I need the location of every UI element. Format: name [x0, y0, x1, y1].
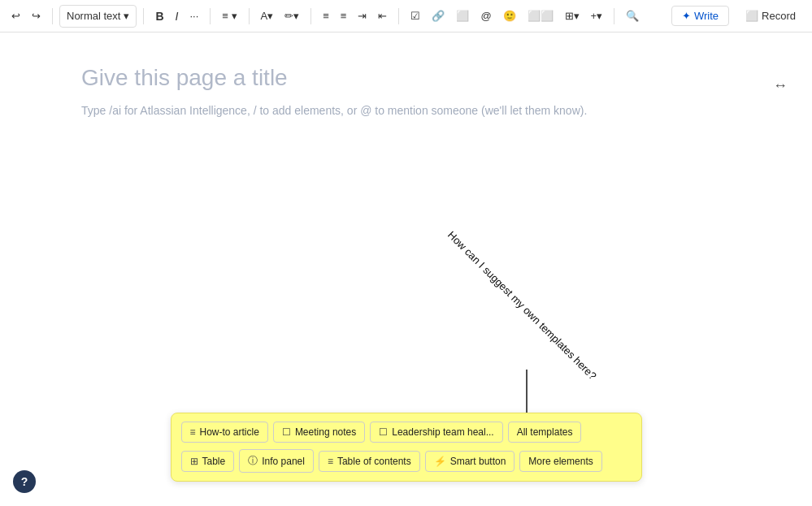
record-icon: ⬜ [745, 10, 758, 22]
alignment-button[interactable]: ≡ ▾ [217, 5, 241, 28]
table-button[interactable]: ⊞▾ [560, 5, 584, 28]
smart-button-label: Smart button [450, 456, 506, 467]
annotation-container: How can I suggest my own templates here? [439, 227, 601, 439]
record-button[interactable]: ⬜ Record [736, 6, 805, 25]
all-templates-label: All templates [517, 426, 573, 438]
outdent-button[interactable]: ⇤ [373, 5, 392, 28]
plus-button[interactable]: +▾ [586, 5, 608, 28]
info-panel-icon: ⓘ [248, 454, 258, 468]
meeting-notes-label: Meeting notes [295, 426, 356, 438]
undo-button[interactable]: ↩ [7, 5, 25, 28]
template-all[interactable]: All templates [508, 422, 582, 443]
list-group: ≡ ≡ ⇥ ⇤ [318, 5, 392, 28]
page-title[interactable]: Give this page a title [81, 65, 731, 91]
write-label: Write [694, 10, 719, 22]
template-leadership[interactable]: ☐ Leadership team heal... [370, 422, 502, 443]
layout-button[interactable]: ⬜⬜ [523, 5, 558, 28]
alignment-group: ≡ ▾ [217, 5, 241, 28]
leadership-label: Leadership team heal... [392, 426, 493, 438]
template-table[interactable]: ⊞ Table [181, 451, 235, 472]
template-info-panel[interactable]: ⓘ Info panel [239, 449, 314, 473]
divider-2 [143, 8, 144, 24]
italic-button[interactable]: I [171, 5, 184, 28]
bold-button[interactable]: B [150, 5, 168, 28]
info-panel-label: Info panel [262, 456, 305, 467]
help-icon: ? [21, 475, 28, 488]
templates-row-2: ⊞ Table ⓘ Info panel ≡ Table of contents… [181, 449, 632, 473]
color-group: A▾ ✏▾ [256, 5, 305, 28]
help-button[interactable]: ? [13, 470, 36, 493]
page-hint: Type /ai for Atlassian Intelligence, / t… [81, 104, 731, 117]
task-button[interactable]: ☑ [406, 5, 425, 28]
leadership-icon: ☐ [379, 426, 388, 438]
emoji-button[interactable]: 🙂 [498, 5, 521, 28]
text-format-group: B I ··· [150, 5, 203, 28]
divider-6 [398, 8, 399, 24]
table-icon: ⊞ [190, 456, 198, 467]
divider-7 [614, 8, 614, 24]
toc-label: Table of contents [337, 456, 411, 467]
more-format-button[interactable]: ··· [185, 5, 203, 28]
templates-row-1: ≡ How-to article ☐ Meeting notes ☐ Leade… [181, 422, 632, 443]
content-area: ↔ Give this page a title Type /ai for At… [0, 32, 812, 506]
bold-icon: B [155, 10, 163, 23]
image-button[interactable]: ⬜ [451, 5, 474, 28]
templates-bar: ≡ How-to article ☐ Meeting notes ☐ Leade… [171, 413, 642, 482]
expand-icon[interactable]: ↔ [773, 77, 788, 94]
template-toc[interactable]: ≡ Table of contents [319, 451, 420, 472]
how-to-label: How-to article [200, 426, 259, 438]
template-smart-button[interactable]: ⚡ Smart button [425, 451, 515, 472]
smart-button-icon: ⚡ [434, 456, 446, 467]
table-label: Table [202, 456, 226, 467]
annotation-text: How can I suggest my own templates here? [445, 229, 599, 383]
toolbar: ↩ ↪ Normal text ▾ B I ··· ≡ ▾ A▾ ✏▾ ≡ ≡ … [0, 0, 812, 32]
text-color-button[interactable]: A▾ [256, 5, 279, 28]
text-style-label: Normal text [67, 10, 120, 22]
meeting-notes-icon: ☐ [282, 426, 291, 438]
highlight-button[interactable]: ✏▾ [280, 5, 304, 28]
bullet-list-button[interactable]: ≡ [318, 5, 334, 28]
insert-group: ☑ 🔗 ⬜ @ 🙂 ⬜⬜ ⊞▾ +▾ [406, 5, 607, 28]
divider-4 [249, 8, 250, 24]
right-toolbar: ✦ Write ⬜ Record [671, 6, 805, 26]
record-label: Record [762, 10, 796, 22]
search-button[interactable]: 🔍 [621, 5, 644, 28]
text-style-arrow: ▾ [124, 10, 129, 22]
undo-redo-group: ↩ ↪ [7, 5, 46, 28]
template-how-to[interactable]: ≡ How-to article [181, 422, 268, 443]
link-button[interactable]: 🔗 [427, 5, 449, 28]
more-elements-label: More elements [528, 456, 593, 467]
text-style-dropdown[interactable]: Normal text ▾ [59, 5, 137, 28]
indent-button[interactable]: ⇥ [353, 5, 371, 28]
write-icon: ✦ [682, 10, 691, 22]
redo-button[interactable]: ↪ [27, 5, 46, 28]
divider-3 [210, 8, 211, 24]
more-format-icon: ··· [189, 10, 198, 22]
divider-1 [52, 8, 53, 24]
how-to-icon: ≡ [190, 426, 196, 438]
mention-button[interactable]: @ [475, 5, 496, 28]
numbered-list-button[interactable]: ≡ [336, 5, 352, 28]
toc-icon: ≡ [328, 456, 333, 467]
italic-icon: I [176, 10, 179, 23]
divider-5 [310, 8, 311, 24]
template-more-elements[interactable]: More elements [519, 451, 601, 472]
template-meeting-notes[interactable]: ☐ Meeting notes [273, 422, 365, 443]
write-button[interactable]: ✦ Write [671, 6, 729, 26]
